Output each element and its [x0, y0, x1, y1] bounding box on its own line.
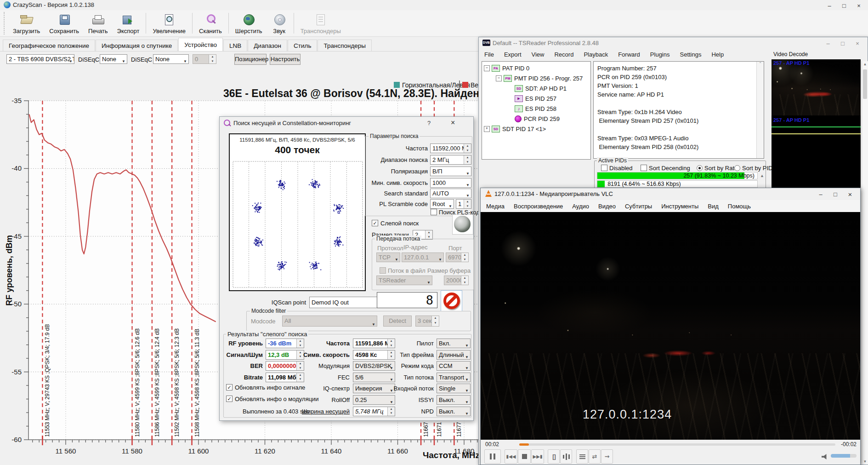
search-range-label: Диапазон поиска: [367, 156, 428, 163]
results-title: Результаты "слепого" поиска: [226, 331, 308, 338]
svg-text:RF уровень, dBm: RF уровень, dBm: [5, 235, 14, 306]
screen: CrazyScan - Версия 1.0.2.138 – □ × Загру…: [0, 0, 868, 465]
port-label: Порт: [448, 245, 462, 252]
collapse-icon[interactable]: −: [484, 65, 490, 71]
tree-row-5[interactable]: PCR PID 259: [508, 114, 560, 123]
stop-button[interactable]: [441, 290, 462, 311]
tree-row-2[interactable]: SDSDT: AP HD P1: [508, 84, 567, 93]
info-scrollbar[interactable]: ⌃: [756, 62, 764, 158]
vlc-menu-4[interactable]: Субтитры: [625, 203, 652, 210]
right-value-6[interactable]: Выкл.▼: [437, 407, 471, 416]
tsreader-menu-help[interactable]: Help: [711, 51, 724, 58]
tsreader-menu-view[interactable]: View: [532, 51, 545, 58]
tsreader-app-icon: DVB: [482, 40, 490, 46]
right-value-2[interactable]: CCM▼: [437, 361, 471, 371]
tsreader-window-buttons: – □ ×: [821, 39, 865, 49]
tree-row-1[interactable]: −PMPMT PID 256 - Progr. 257: [496, 74, 583, 83]
equalizer-button[interactable]: [560, 449, 572, 464]
expand-icon[interactable]: +: [484, 126, 490, 132]
pids-scroll-up-icon[interactable]: ▲: [760, 173, 764, 178]
search-standard-select[interactable]: AUTO▼: [430, 189, 471, 198]
update-signal-checkbox[interactable]: ✓: [226, 384, 233, 390]
blind-search-checkbox[interactable]: ✓: [372, 220, 378, 226]
loop-button[interactable]: ⇄: [589, 449, 601, 464]
tsreader-menu-forward[interactable]: Forward: [618, 51, 640, 58]
fullscreen-button[interactable]: [ ]: [548, 449, 560, 464]
close-icon[interactable]: ×: [850, 39, 865, 49]
help-button[interactable]: ?: [427, 120, 431, 126]
result-label-2: BER: [220, 362, 263, 369]
pause-button[interactable]: [484, 449, 501, 464]
thumb-caption: 257 - AP HD P1: [773, 60, 809, 66]
carrier-search-dialog: Поиск несущей и Constellation-мониторинг…: [219, 116, 474, 421]
collapse-icon[interactable]: −: [496, 75, 502, 81]
vlc-menu-3[interactable]: Видео: [598, 203, 616, 210]
tree-row-3[interactable]: ►ES PID 257: [508, 94, 556, 103]
vlc-menu-1[interactable]: Воспроизведение: [514, 203, 563, 210]
right-value-0[interactable]: Вкл.▼: [437, 339, 471, 348]
playlist-button[interactable]: [576, 449, 588, 464]
tree-row-6[interactable]: +SDSDT PID 17 <1>: [484, 124, 546, 133]
svg-text:-35: -35: [11, 97, 22, 104]
pid-bar-text: 257 (91.83% ~ 10.23 Mbps): [683, 172, 755, 179]
pid-bar-1: 8191 (4.64% ~ 516.63 Kbps): [597, 180, 758, 188]
disabled-checkbox[interactable]: [601, 165, 607, 171]
minimize-icon[interactable]: –: [821, 39, 835, 49]
pls-search-checkbox[interactable]: [431, 209, 437, 215]
elapsed-label: Выполнено за 0.403 sec: [243, 408, 309, 415]
video-decode-scrollbar[interactable]: ▲ ▼: [862, 61, 868, 465]
tsreader-menu-plugins[interactable]: Plugins: [650, 51, 670, 58]
right-value-5[interactable]: Выкл.▼: [437, 395, 471, 405]
buffer-size-stepper: 200000▲▼: [444, 276, 469, 285]
update-modulation-checkbox[interactable]: ✓: [226, 396, 233, 402]
pl-scramble-mode-select[interactable]: Root▼: [430, 199, 454, 209]
seven-segment-display: 8: [377, 292, 437, 308]
previous-button[interactable]: ▮◀◀: [505, 449, 517, 464]
polarization-select[interactable]: В/П▼: [430, 166, 471, 176]
close-icon[interactable]: ×: [843, 189, 857, 200]
tsreader-menu-settings[interactable]: Settings: [680, 51, 701, 58]
program-info-panel: Program Number: 257PCR on PID 259 (0x010…: [593, 61, 764, 159]
maximize-icon[interactable]: □: [835, 39, 850, 49]
port-stepper: 6970▲▼: [446, 253, 469, 262]
sort-descending-checkbox[interactable]: [641, 165, 647, 171]
right-label-0: Пилот: [378, 340, 434, 347]
tree-row-4[interactable]: ♪ES PID 258: [508, 104, 556, 113]
right-value-3[interactable]: Transport▼: [437, 373, 471, 382]
search-range-field[interactable]: 2 МГц▲▼: [430, 155, 471, 165]
tsreader-menu-file[interactable]: File: [484, 51, 494, 58]
random-button[interactable]: ⇝: [601, 449, 613, 464]
vlc-menu-7[interactable]: Помощь: [728, 203, 751, 210]
vlc-menu-5[interactable]: Инструменты: [661, 203, 698, 210]
vlc-menu-6[interactable]: Вид: [708, 203, 719, 210]
tree-row-0[interactable]: −PAPAT PID 0: [484, 63, 529, 73]
stop-button[interactable]: [518, 449, 531, 464]
svg-text:11 660: 11 660: [387, 447, 408, 455]
right-value-1[interactable]: Длинный▼: [437, 350, 471, 360]
info-line: PMT Version: 1: [597, 81, 756, 90]
tsreader-menu-export[interactable]: Export: [504, 51, 522, 58]
tsreader-menu-playback[interactable]: Playback: [584, 51, 608, 58]
dialog-close-icon[interactable]: ×: [451, 119, 455, 127]
seek-slider[interactable]: [519, 443, 835, 446]
maximize-icon[interactable]: □: [828, 189, 843, 200]
frequency-field[interactable]: 11592,000 МГц▲▼: [430, 144, 471, 153]
sort-by-rate-radio[interactable]: [697, 165, 703, 171]
tree-label: SDT PID 17 <1>: [502, 126, 546, 132]
vlc-menu-0[interactable]: Медиа: [486, 203, 505, 210]
pl-scramble-value[interactable]: 1▲▼: [456, 199, 471, 209]
volume-slider[interactable]: [831, 454, 857, 458]
search-params-title: Параметры поиска: [369, 133, 420, 139]
next-button[interactable]: ▶▶▮: [531, 449, 544, 464]
minimize-icon[interactable]: –: [813, 189, 828, 200]
right-value-4[interactable]: Single▼: [437, 384, 471, 393]
tsreader-menubar: FileExportViewRecordPlaybackForwardPlugi…: [479, 49, 868, 59]
min-symrate-select[interactable]: 1000▼: [430, 178, 471, 188]
info-line: Stream Type: 0x1b H.264 Video: [597, 108, 756, 116]
vlc-menu-2[interactable]: Аудио: [572, 203, 589, 210]
sort-by-pid-radio[interactable]: [734, 165, 740, 171]
volume-icon[interactable]: [822, 454, 828, 459]
modcode-group-title: Modcode filter: [250, 308, 287, 314]
tsreader-menu-record[interactable]: Record: [554, 51, 573, 58]
frequency-label: Частота: [367, 145, 428, 152]
